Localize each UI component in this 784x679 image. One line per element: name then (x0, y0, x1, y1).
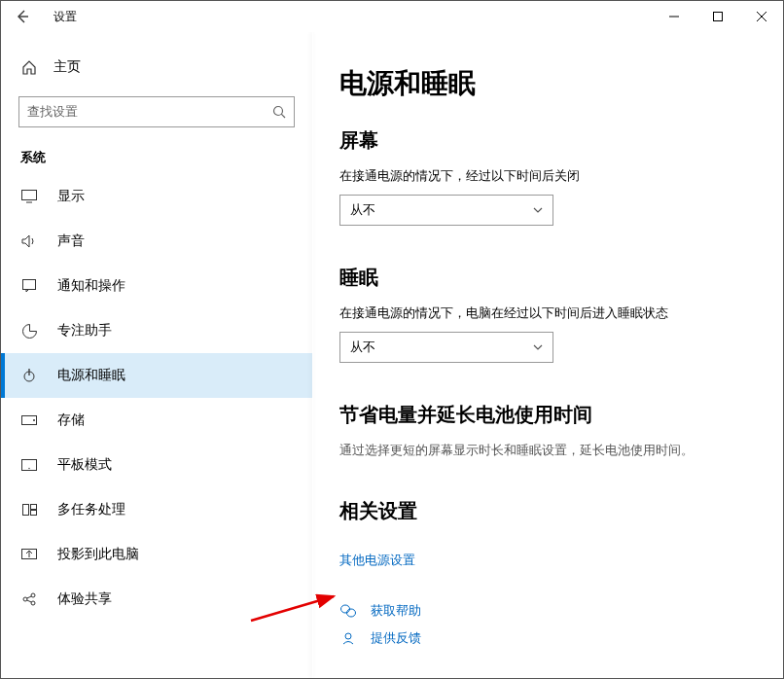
sidebar-item-project[interactable]: 投影到此电脑 (1, 532, 312, 577)
sidebar-item-label: 存储 (57, 411, 85, 429)
svg-rect-7 (22, 191, 37, 200)
screen-heading: 屏幕 (339, 127, 756, 154)
chevron-down-icon (533, 207, 543, 213)
svg-rect-17 (30, 505, 36, 510)
sidebar-item-multitask[interactable]: 多任务处理 (1, 487, 312, 532)
svg-line-24 (27, 600, 32, 602)
svg-point-22 (31, 601, 35, 605)
svg-point-27 (345, 633, 351, 639)
multitask-icon (20, 504, 38, 516)
help-icon (339, 604, 357, 618)
give-feedback-link[interactable]: 提供反馈 (339, 629, 756, 647)
sleep-desc: 在接通电源的情况下，电脑在经过以下时间后进入睡眠状态 (339, 304, 756, 322)
svg-point-20 (23, 597, 27, 601)
svg-line-6 (281, 114, 285, 118)
sidebar-item-power[interactable]: 电源和睡眠 (1, 353, 312, 398)
svg-point-25 (341, 605, 350, 613)
content-area: 电源和睡眠 屏幕 在接通电源的情况下，经过以下时间后关闭 从不 睡眠 在接通电源… (312, 32, 783, 678)
give-feedback-label: 提供反馈 (371, 629, 421, 647)
page-title: 电源和睡眠 (339, 65, 756, 102)
project-icon (20, 549, 38, 560)
sidebar-item-label: 平板模式 (57, 456, 112, 474)
close-button[interactable] (739, 2, 783, 31)
dropdown-value: 从不 (350, 201, 533, 219)
back-arrow-icon (16, 10, 29, 23)
svg-rect-9 (23, 280, 36, 290)
search-placeholder: 查找设置 (27, 103, 272, 121)
get-help-label: 获取帮助 (371, 602, 421, 620)
minimize-button[interactable] (652, 2, 695, 31)
battery-desc: 通过选择更短的屏幕显示时长和睡眠设置，延长电池使用时间。 (339, 442, 756, 459)
related-heading: 相关设置 (339, 498, 756, 524)
svg-point-26 (347, 609, 356, 617)
chevron-down-icon (533, 344, 543, 350)
home-icon (20, 59, 38, 75)
window-title: 设置 (53, 9, 77, 25)
sidebar-item-display[interactable]: 显示 (1, 174, 312, 219)
sleep-timeout-dropdown[interactable]: 从不 (339, 332, 553, 363)
sidebar-item-label: 电源和睡眠 (57, 367, 125, 384)
screen-desc: 在接通电源的情况下，经过以下时间后关闭 (339, 167, 756, 185)
sidebar-item-label: 通知和操作 (57, 277, 125, 295)
storage-icon (20, 415, 38, 425)
tablet-icon (20, 459, 38, 471)
minimize-icon (669, 12, 679, 21)
maximize-icon (713, 12, 723, 21)
share-icon (20, 592, 38, 606)
back-button[interactable] (9, 3, 36, 30)
sleep-heading: 睡眠 (339, 265, 756, 291)
sidebar-item-sound[interactable]: 声音 (1, 219, 312, 264)
svg-line-23 (27, 596, 32, 598)
svg-point-13 (33, 419, 35, 421)
svg-point-15 (28, 468, 29, 469)
home-label: 主页 (53, 58, 81, 76)
sidebar-item-label: 显示 (57, 188, 85, 205)
sidebar: 主页 查找设置 系统 显示 声音 通知和操作 (1, 32, 312, 678)
sidebar-item-label: 多任务处理 (57, 501, 125, 518)
titlebar: 设置 (1, 1, 783, 32)
sidebar-item-tablet[interactable]: 平板模式 (1, 443, 312, 487)
svg-point-5 (274, 107, 283, 116)
notify-icon (20, 279, 38, 293)
sidebar-item-label: 声音 (57, 232, 85, 250)
feedback-icon (339, 631, 357, 645)
battery-heading: 节省电量并延长电池使用时间 (339, 402, 756, 428)
search-icon (272, 105, 286, 119)
home-link[interactable]: 主页 (1, 50, 312, 85)
focus-icon (20, 324, 38, 339)
sidebar-item-focus[interactable]: 专注助手 (1, 308, 312, 353)
get-help-link[interactable]: 获取帮助 (339, 602, 756, 620)
sidebar-group-label: 系统 (1, 133, 312, 174)
svg-point-21 (31, 593, 35, 597)
sidebar-item-share[interactable]: 体验共享 (1, 577, 312, 622)
svg-rect-16 (22, 505, 28, 516)
svg-rect-2 (713, 13, 722, 21)
sidebar-item-storage[interactable]: 存储 (1, 398, 312, 443)
sidebar-item-label: 体验共享 (57, 590, 112, 608)
sidebar-item-label: 投影到此电脑 (57, 546, 139, 563)
sound-icon (20, 234, 38, 248)
svg-rect-18 (30, 511, 36, 516)
screen-timeout-dropdown[interactable]: 从不 (339, 195, 553, 226)
power-icon (20, 369, 38, 382)
maximize-button[interactable] (695, 2, 739, 31)
sidebar-item-notifications[interactable]: 通知和操作 (1, 264, 312, 308)
display-icon (20, 190, 38, 203)
search-input[interactable]: 查找设置 (18, 96, 295, 127)
other-power-settings-link[interactable]: 其他电源设置 (339, 552, 415, 569)
sidebar-item-label: 专注助手 (57, 322, 112, 340)
dropdown-value: 从不 (350, 339, 533, 356)
close-icon (757, 12, 766, 21)
